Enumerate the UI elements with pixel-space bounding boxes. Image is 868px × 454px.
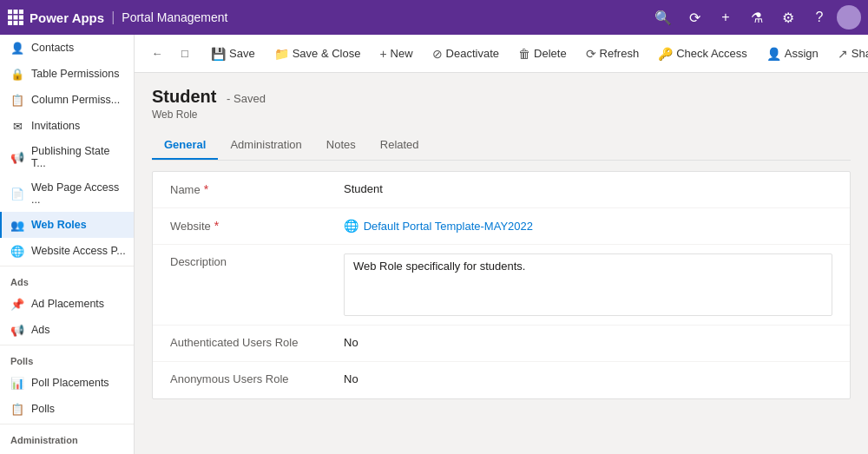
sidebar-item-web-page-access[interactable]: 📄 Web Page Access ... [0,175,134,212]
globe-icon: 🌐 [344,219,358,233]
sidebar-item-poll-placements[interactable]: 📊 Poll Placements [0,370,134,396]
auth-users-label: Authenticated Users Role [170,334,344,349]
sidebar-item-column-permissions[interactable]: 📋 Column Permiss... [0,87,134,113]
new-icon: + [379,47,386,61]
ad-placements-icon: 📌 [10,297,24,311]
sidebar-divider-3 [0,424,134,424]
table-permissions-icon: 🔒 [10,67,24,81]
delete-button[interactable]: 🗑 Delete [510,42,575,66]
top-navigation-bar: Power Apps | Portal Management 🔍 ⟳ + ⚗ ⚙… [0,0,868,35]
sidebar-item-contacts[interactable]: 👤 Contacts [0,35,134,61]
anon-users-value[interactable]: No [344,371,832,385]
check-access-button[interactable]: 🔑 Check Access [649,42,756,66]
svg-rect-3 [8,16,12,20]
settings-icon[interactable]: ⚙ [774,3,802,31]
publishing-state-icon: 📢 [10,150,24,164]
field-row-anon-users: Anonymous Users Role No [153,362,850,398]
svg-rect-2 [19,10,23,14]
forward-button[interactable]: □ [173,42,197,66]
record-saved-status: - Saved [227,92,266,105]
tab-notes[interactable]: Notes [314,131,368,160]
refresh-button[interactable]: ⟳ Refresh [577,42,648,66]
main-layout: 👤 Contacts 🔒 Table Permissions 📋 Column … [0,35,868,454]
field-row-name: Name * Student [153,172,850,208]
sidebar-item-web-roles[interactable]: 👥 Web Roles [0,212,134,238]
deactivate-button[interactable]: ⊘ Deactivate [424,42,508,66]
description-value[interactable]: Web Role specifically for students. [344,253,832,316]
deactivate-icon: ⊘ [432,47,443,61]
share-icon: ↗ [838,47,848,61]
sidebar-divider-1 [0,266,134,266]
sidebar-divider-2 [0,345,134,345]
svg-rect-8 [19,21,23,25]
required-indicator: * [214,219,219,233]
sidebar-item-publishing-state[interactable]: 📢 Publishing State T... [0,139,134,175]
tab-related[interactable]: Related [368,131,431,160]
form-card: Name * Student Website * 🌐 Default Porta… [152,171,851,399]
user-avatar[interactable] [837,5,861,30]
svg-rect-5 [19,16,23,20]
sidebar-item-label: Column Permiss... [31,94,120,106]
sidebar-item-ad-placements[interactable]: 📌 Ad Placements [0,291,134,317]
back-button[interactable]: ← [145,42,169,66]
tab-administration[interactable]: Administration [218,131,313,160]
sidebar-item-table-permissions[interactable]: 🔒 Table Permissions [0,61,134,87]
required-indicator: * [204,182,208,196]
auth-users-value[interactable]: No [344,334,832,349]
svg-rect-4 [14,16,18,20]
name-label: Name * [170,181,344,196]
sidebar-item-label: Ads [31,324,50,336]
save-button[interactable]: 💾 Save [202,42,264,66]
tab-general[interactable]: General [152,131,218,160]
sidebar-item-website-access[interactable]: 🌐 Website Access P... [0,238,134,264]
column-permissions-icon: 📋 [10,93,24,107]
sidebar-item-label: Web Roles [31,219,87,231]
help-icon[interactable]: ? [806,3,833,31]
sidebar-item-label: Ad Placements [31,298,104,310]
web-roles-icon: 👥 [10,218,24,232]
save-close-button[interactable]: 📁 Save & Close [266,42,370,66]
add-icon[interactable]: + [712,3,740,31]
save-close-icon: 📁 [274,47,289,61]
sidebar-item-ads[interactable]: 📢 Ads [0,317,134,343]
record-header: Student - Saved Web Role [152,87,851,121]
name-value[interactable]: Student [344,181,832,195]
new-button[interactable]: + New [371,42,421,66]
sidebar-item-label: Contacts [31,42,74,54]
assign-button[interactable]: 👤 Assign [758,42,827,66]
sidebar-section-ads: Ads [0,268,134,291]
save-icon: 💾 [211,47,226,61]
website-access-icon: 🌐 [10,244,24,258]
assign-icon: 👤 [766,47,781,61]
sidebar-item-label: Invitations [31,120,80,132]
top-bar-actions: 🔍 ⟳ + ⚗ ⚙ ? [649,3,861,31]
website-label: Website * [170,217,344,233]
filter-icon[interactable]: ⚗ [743,3,771,31]
app-grid-menu[interactable] [7,9,24,26]
record-area: Student - Saved Web Role General Adminis… [135,73,868,454]
search-icon[interactable]: 🔍 [649,3,677,31]
sidebar-item-label: Web Page Access ... [31,181,127,206]
app-grid-icon[interactable] [7,9,24,26]
description-label: Description [170,253,344,268]
delete-icon: 🗑 [518,47,530,61]
record-tabs: General Administration Notes Related [152,131,851,161]
website-link[interactable]: Default Portal Template-MAY2022 [364,220,533,233]
sidebar-item-invitations[interactable]: ✉ Invitations [0,113,134,139]
anon-users-label: Anonymous Users Role [170,371,344,385]
title-separator: | [111,10,115,25]
contacts-icon: 👤 [10,41,24,55]
content-area: ← □ 💾 Save 📁 Save & Close + New ⊘ Deacti… [135,35,868,454]
record-subtitle: Web Role [152,109,851,121]
ads-icon: 📢 [10,323,24,337]
refresh-circle-icon[interactable]: ⟳ [681,3,708,31]
poll-placements-icon: 📊 [10,376,24,390]
sidebar-item-polls[interactable]: 📋 Polls [0,396,134,422]
invitations-icon: ✉ [10,119,24,133]
sidebar-section-polls: Polls [0,347,134,370]
website-value[interactable]: 🌐 Default Portal Template-MAY2022 [344,217,832,233]
sidebar-item-label: Poll Placements [31,377,109,389]
check-access-icon: 🔑 [658,47,673,61]
share-button[interactable]: ↗ Share [829,42,868,66]
sidebar-item-label: Website Access P... [31,245,126,257]
